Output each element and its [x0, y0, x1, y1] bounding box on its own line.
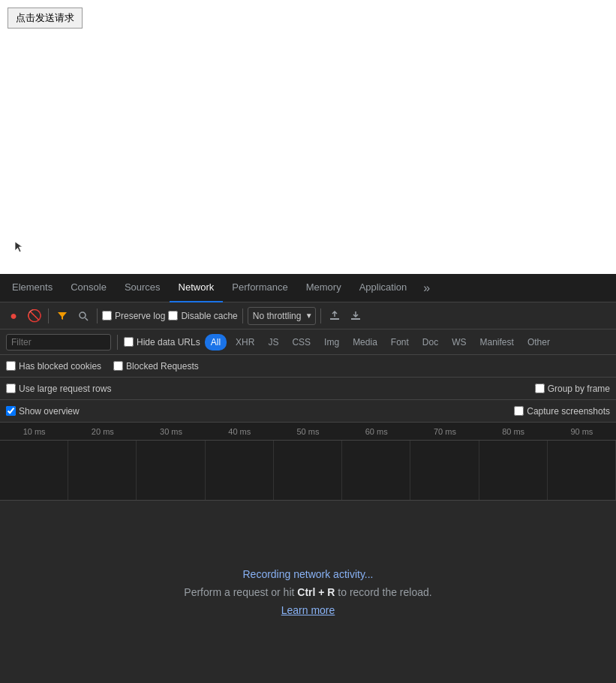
network-toolbar: ● 🚫 Preserve log Disable cache: [0, 302, 616, 329]
preserve-log-label[interactable]: Preserve log: [102, 311, 165, 321]
more-tabs-button[interactable]: »: [419, 281, 434, 295]
timeline-30ms: 30 ms: [137, 427, 205, 436]
timeline-col-4: [206, 441, 274, 500]
capture-screenshots-item[interactable]: Capture screenshots: [514, 406, 610, 417]
clear-button[interactable]: 🚫: [26, 307, 44, 325]
separator-2: [97, 308, 98, 323]
group-by-frame-item[interactable]: Group by frame: [535, 384, 610, 394]
show-overview-checkbox[interactable]: [6, 406, 16, 416]
tab-sources[interactable]: Sources: [116, 274, 170, 302]
page-area: 点击发送请求: [0, 0, 616, 274]
filter-all-button[interactable]: All: [205, 334, 227, 351]
timeline-col-5: [274, 441, 342, 500]
empty-state: Recording network activity... Perform a …: [0, 501, 616, 683]
timeline-90ms: 90 ms: [548, 427, 616, 436]
use-large-rows-item[interactable]: Use large request rows: [6, 384, 111, 394]
has-blocked-cookies-checkbox[interactable]: [6, 361, 16, 371]
filter-icon[interactable]: [53, 307, 71, 325]
timeline-10ms: 10 ms: [0, 427, 68, 436]
devtools-panel: Elements Console Sources Network Perform…: [0, 274, 616, 683]
group-by-frame-checkbox[interactable]: [535, 384, 545, 393]
timeline-col-3: [137, 441, 205, 500]
timeline-grid: [0, 441, 616, 501]
filter-doc-button[interactable]: Doc: [418, 334, 443, 351]
hide-data-urls-label[interactable]: Hide data URLs: [124, 337, 200, 348]
tab-bar: Elements Console Sources Network Perform…: [0, 274, 616, 302]
timeline-col-1: [0, 441, 68, 500]
filter-input[interactable]: [6, 334, 111, 351]
disable-cache-checkbox[interactable]: [168, 311, 178, 320]
throttle-wrapper: No throttling ▼: [248, 307, 316, 325]
tab-application[interactable]: Application: [350, 274, 416, 302]
timeline-header: 10 ms 20 ms 30 ms 40 ms 50 ms 60 ms 70 m…: [0, 423, 616, 441]
separator-1: [48, 308, 49, 323]
filter-font-button[interactable]: Font: [386, 334, 413, 351]
timeline-60ms: 60 ms: [342, 427, 410, 436]
tab-network[interactable]: Network: [170, 274, 224, 302]
tab-performance[interactable]: Performance: [223, 274, 296, 302]
svg-rect-3: [351, 318, 360, 320]
capture-screenshots-checkbox[interactable]: [514, 406, 524, 416]
tab-memory[interactable]: Memory: [297, 274, 350, 302]
disable-cache-label[interactable]: Disable cache: [168, 311, 237, 321]
separator-3: [242, 308, 243, 323]
import-har-button[interactable]: [326, 307, 344, 325]
options-row: Use large request rows Group by frame: [0, 378, 616, 400]
filter-separator: [117, 335, 118, 350]
timeline-50ms: 50 ms: [274, 427, 342, 436]
timeline-70ms: 70 ms: [410, 427, 479, 436]
timeline-col-6: [342, 441, 410, 500]
show-overview-item[interactable]: Show overview: [6, 406, 80, 417]
timeline-20ms: 20 ms: [68, 427, 137, 436]
blocked-row: Has blocked cookies Blocked Requests: [0, 355, 616, 378]
timeline-col-2: [68, 441, 137, 500]
search-icon[interactable]: [74, 307, 92, 325]
timeline-80ms: 80 ms: [479, 427, 548, 436]
separator-4: [320, 308, 321, 323]
tab-elements[interactable]: Elements: [3, 274, 62, 302]
timeline-col-8: [479, 441, 548, 500]
blocked-requests-item[interactable]: Blocked Requests: [113, 361, 199, 372]
throttle-select[interactable]: No throttling: [248, 307, 316, 325]
record-button[interactable]: ●: [5, 307, 23, 325]
send-request-button[interactable]: 点击发送请求: [8, 8, 83, 29]
learn-more-link[interactable]: Learn more: [281, 604, 335, 616]
recording-text: Recording network activity...: [242, 568, 373, 580]
filter-manifest-button[interactable]: Manifest: [476, 334, 518, 351]
svg-line-1: [86, 317, 89, 320]
filter-xhr-button[interactable]: XHR: [231, 334, 259, 351]
preserve-log-checkbox[interactable]: [102, 311, 112, 320]
timeline-col-7: [410, 441, 479, 500]
filter-css-button[interactable]: CSS: [287, 334, 315, 351]
filter-media-button[interactable]: Media: [348, 334, 382, 351]
filter-row: Hide data URLs All XHR JS CSS Img Media …: [0, 329, 616, 355]
use-large-rows-checkbox[interactable]: [6, 384, 16, 393]
filter-img-button[interactable]: Img: [320, 334, 344, 351]
filter-ws-button[interactable]: WS: [447, 334, 470, 351]
filter-other-button[interactable]: Other: [523, 334, 554, 351]
hide-data-urls-checkbox[interactable]: [124, 337, 134, 347]
export-har-button[interactable]: [347, 307, 365, 325]
options-row-2: Show overview Capture screenshots: [0, 400, 616, 423]
tab-console[interactable]: Console: [62, 274, 116, 302]
svg-point-0: [80, 312, 86, 318]
blocked-requests-checkbox[interactable]: [113, 361, 123, 371]
timeline-col-9: [548, 441, 616, 500]
filter-js-button[interactable]: JS: [263, 334, 283, 351]
has-blocked-cookies-item[interactable]: Has blocked cookies: [6, 361, 101, 372]
timeline-40ms: 40 ms: [206, 427, 274, 436]
instruction-text: Perform a request or hit Ctrl + R to rec…: [184, 586, 431, 598]
svg-rect-2: [330, 318, 339, 320]
